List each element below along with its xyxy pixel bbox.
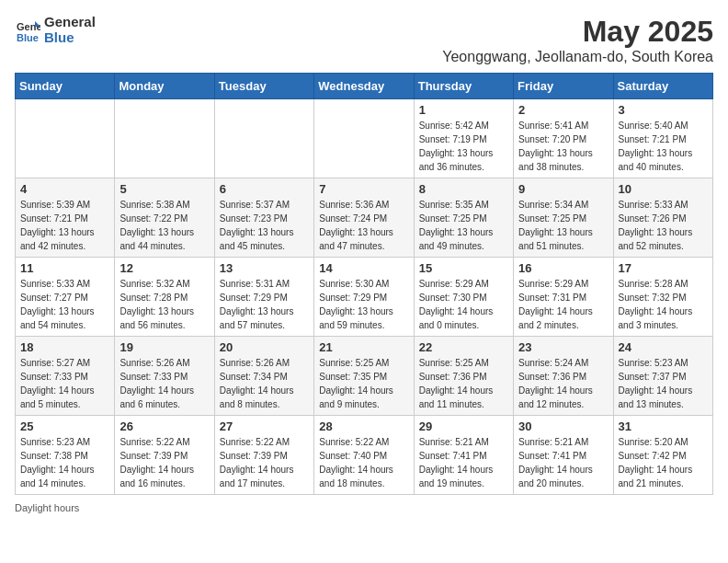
calendar-cell: 18Sunrise: 5:27 AM Sunset: 7:33 PM Dayli…	[16, 337, 115, 416]
calendar-cell: 9Sunrise: 5:34 AM Sunset: 7:25 PM Daylig…	[514, 178, 613, 258]
cell-info: Sunrise: 5:22 AM Sunset: 7:40 PM Dayligh…	[319, 435, 408, 490]
calendar-cell: 20Sunrise: 5:26 AM Sunset: 7:34 PM Dayli…	[214, 337, 313, 416]
cell-info: Sunrise: 5:21 AM Sunset: 7:41 PM Dayligh…	[518, 435, 608, 490]
calendar-cell: 24Sunrise: 5:23 AM Sunset: 7:37 PM Dayli…	[613, 337, 712, 416]
cell-info: Sunrise: 5:34 AM Sunset: 7:25 PM Dayligh…	[518, 198, 608, 253]
cell-date: 23	[518, 340, 608, 354]
cell-date: 21	[319, 340, 408, 354]
logo-general-text: General	[44, 15, 96, 30]
calendar-cell: 14Sunrise: 5:30 AM Sunset: 7:29 PM Dayli…	[314, 258, 414, 337]
calendar-cell: 22Sunrise: 5:25 AM Sunset: 7:36 PM Dayli…	[414, 337, 513, 416]
calendar-cell: 29Sunrise: 5:21 AM Sunset: 7:41 PM Dayli…	[414, 416, 513, 495]
day-header-monday: Monday	[115, 74, 214, 99]
cell-date: 30	[518, 419, 608, 433]
calendar-cell: 13Sunrise: 5:31 AM Sunset: 7:29 PM Dayli…	[214, 258, 313, 337]
calendar-cell: 11Sunrise: 5:33 AM Sunset: 7:27 PM Dayli…	[16, 258, 115, 337]
cell-info: Sunrise: 5:29 AM Sunset: 7:31 PM Dayligh…	[518, 277, 608, 332]
cell-date: 26	[119, 419, 209, 433]
cell-date: 28	[319, 419, 408, 433]
header: General Blue General Blue May 2025 Yeong…	[15, 15, 713, 65]
cell-info: Sunrise: 5:40 AM Sunset: 7:21 PM Dayligh…	[619, 119, 708, 174]
calendar-cell: 3Sunrise: 5:40 AM Sunset: 7:21 PM Daylig…	[613, 99, 712, 178]
cell-info: Sunrise: 5:23 AM Sunset: 7:38 PM Dayligh…	[20, 435, 109, 490]
cell-date: 18	[20, 340, 109, 354]
cell-date: 1	[419, 103, 508, 117]
cell-date: 22	[419, 340, 508, 354]
daylight-label: Daylight hours	[15, 502, 79, 513]
calendar-week-4: 18Sunrise: 5:27 AM Sunset: 7:33 PM Dayli…	[16, 337, 713, 416]
cell-date: 29	[419, 419, 508, 433]
calendar-header-row: SundayMondayTuesdayWednesdayThursdayFrid…	[16, 74, 713, 99]
calendar-cell	[16, 99, 115, 178]
cell-info: Sunrise: 5:23 AM Sunset: 7:37 PM Dayligh…	[619, 356, 708, 411]
footer: Daylight hours	[15, 502, 713, 513]
cell-date: 16	[518, 261, 608, 275]
cell-info: Sunrise: 5:38 AM Sunset: 7:22 PM Dayligh…	[119, 198, 209, 253]
calendar-week-1: 1Sunrise: 5:42 AM Sunset: 7:19 PM Daylig…	[16, 99, 713, 178]
cell-date: 9	[518, 182, 608, 196]
cell-date: 7	[319, 182, 408, 196]
calendar-cell: 15Sunrise: 5:29 AM Sunset: 7:30 PM Dayli…	[414, 258, 513, 337]
calendar-cell: 25Sunrise: 5:23 AM Sunset: 7:38 PM Dayli…	[16, 416, 115, 495]
calendar: SundayMondayTuesdayWednesdayThursdayFrid…	[15, 73, 713, 495]
calendar-cell: 1Sunrise: 5:42 AM Sunset: 7:19 PM Daylig…	[414, 99, 513, 178]
calendar-cell: 21Sunrise: 5:25 AM Sunset: 7:35 PM Dayli…	[314, 337, 414, 416]
cell-info: Sunrise: 5:37 AM Sunset: 7:23 PM Dayligh…	[220, 198, 309, 253]
cell-date: 19	[119, 340, 209, 354]
calendar-cell	[314, 99, 414, 178]
cell-info: Sunrise: 5:30 AM Sunset: 7:29 PM Dayligh…	[319, 277, 408, 332]
calendar-cell: 10Sunrise: 5:33 AM Sunset: 7:26 PM Dayli…	[613, 178, 712, 258]
calendar-cell	[115, 99, 214, 178]
day-header-friday: Friday	[514, 74, 613, 99]
cell-info: Sunrise: 5:29 AM Sunset: 7:30 PM Dayligh…	[419, 277, 508, 332]
cell-date: 31	[619, 419, 708, 433]
calendar-cell: 12Sunrise: 5:32 AM Sunset: 7:28 PM Dayli…	[115, 258, 214, 337]
calendar-cell: 8Sunrise: 5:35 AM Sunset: 7:25 PM Daylig…	[414, 178, 513, 258]
cell-date: 5	[119, 182, 209, 196]
cell-date: 25	[20, 419, 109, 433]
calendar-cell: 17Sunrise: 5:28 AM Sunset: 7:32 PM Dayli…	[613, 258, 712, 337]
logo-blue-text: Blue	[44, 30, 96, 46]
calendar-cell: 6Sunrise: 5:37 AM Sunset: 7:23 PM Daylig…	[214, 178, 313, 258]
cell-date: 2	[518, 103, 608, 117]
cell-date: 3	[619, 103, 708, 117]
sub-title: Yeonggwang, Jeollanam-do, South Korea	[442, 49, 713, 65]
cell-info: Sunrise: 5:33 AM Sunset: 7:27 PM Dayligh…	[20, 277, 109, 332]
cell-info: Sunrise: 5:26 AM Sunset: 7:34 PM Dayligh…	[220, 356, 309, 411]
main-title: May 2025	[442, 15, 713, 49]
logo: General Blue General Blue	[15, 15, 96, 45]
cell-info: Sunrise: 5:27 AM Sunset: 7:33 PM Dayligh…	[20, 356, 109, 411]
day-header-thursday: Thursday	[414, 74, 513, 99]
calendar-week-5: 25Sunrise: 5:23 AM Sunset: 7:38 PM Dayli…	[16, 416, 713, 495]
cell-info: Sunrise: 5:25 AM Sunset: 7:35 PM Dayligh…	[319, 356, 408, 411]
calendar-cell: 30Sunrise: 5:21 AM Sunset: 7:41 PM Dayli…	[514, 416, 613, 495]
cell-date: 27	[220, 419, 309, 433]
cell-info: Sunrise: 5:22 AM Sunset: 7:39 PM Dayligh…	[220, 435, 309, 490]
cell-date: 4	[20, 182, 109, 196]
cell-date: 12	[119, 261, 209, 275]
calendar-cell: 19Sunrise: 5:26 AM Sunset: 7:33 PM Dayli…	[115, 337, 214, 416]
calendar-cell: 23Sunrise: 5:24 AM Sunset: 7:36 PM Dayli…	[514, 337, 613, 416]
svg-text:Blue: Blue	[17, 32, 39, 43]
cell-info: Sunrise: 5:31 AM Sunset: 7:29 PM Dayligh…	[220, 277, 309, 332]
calendar-cell: 7Sunrise: 5:36 AM Sunset: 7:24 PM Daylig…	[314, 178, 414, 258]
cell-info: Sunrise: 5:25 AM Sunset: 7:36 PM Dayligh…	[419, 356, 508, 411]
day-header-saturday: Saturday	[613, 74, 712, 99]
cell-info: Sunrise: 5:33 AM Sunset: 7:26 PM Dayligh…	[619, 198, 708, 253]
day-header-wednesday: Wednesday	[314, 74, 414, 99]
calendar-cell: 5Sunrise: 5:38 AM Sunset: 7:22 PM Daylig…	[115, 178, 214, 258]
cell-info: Sunrise: 5:36 AM Sunset: 7:24 PM Dayligh…	[319, 198, 408, 253]
day-header-tuesday: Tuesday	[214, 74, 313, 99]
logo-icon: General Blue	[15, 17, 40, 43]
cell-info: Sunrise: 5:28 AM Sunset: 7:32 PM Dayligh…	[619, 277, 708, 332]
cell-date: 14	[319, 261, 408, 275]
calendar-cell: 4Sunrise: 5:39 AM Sunset: 7:21 PM Daylig…	[16, 178, 115, 258]
title-block: May 2025 Yeonggwang, Jeollanam-do, South…	[442, 15, 713, 65]
cell-info: Sunrise: 5:22 AM Sunset: 7:39 PM Dayligh…	[119, 435, 209, 490]
cell-date: 6	[220, 182, 309, 196]
cell-date: 8	[419, 182, 508, 196]
cell-info: Sunrise: 5:32 AM Sunset: 7:28 PM Dayligh…	[119, 277, 209, 332]
calendar-cell: 2Sunrise: 5:41 AM Sunset: 7:20 PM Daylig…	[514, 99, 613, 178]
calendar-cell: 27Sunrise: 5:22 AM Sunset: 7:39 PM Dayli…	[214, 416, 313, 495]
cell-date: 11	[20, 261, 109, 275]
